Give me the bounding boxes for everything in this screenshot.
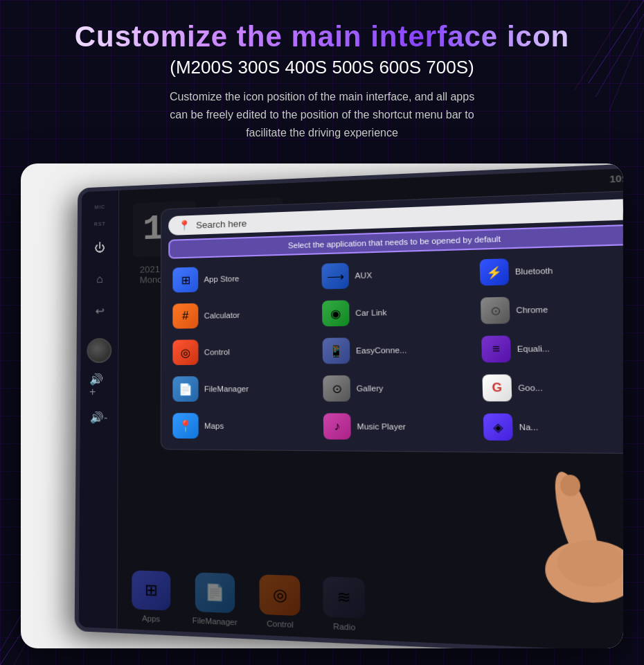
navi-icon[interactable]: ◈	[483, 414, 513, 441]
equalizer-label: Equali...	[517, 344, 550, 353]
app-item-equalizer[interactable]: ≡ Equali...	[476, 330, 623, 367]
app-item-appstore[interactable]: ⊞ App Store	[168, 260, 313, 296]
maps-label: Maps	[204, 422, 224, 430]
carlink-label: Car Link	[355, 308, 386, 317]
bluetooth-label: Bluetooth	[515, 266, 553, 276]
carlink-icon[interactable]: ◉	[322, 300, 350, 326]
gallery-label: Gallery	[357, 384, 384, 393]
easyconn-icon[interactable]: 📱	[323, 338, 350, 364]
app-item-gallery[interactable]: ⊙ Gallery	[319, 371, 474, 406]
google-label: Goo...	[518, 383, 543, 392]
chrome-label: Chrome	[516, 305, 548, 315]
control-label: Control	[204, 348, 230, 357]
subtitle: (M200S 300S 400S 500S 600S 700S)	[14, 57, 630, 78]
app-item-aux[interactable]: ⟶ AUX	[317, 256, 471, 293]
app-item-control[interactable]: ◎ Control	[168, 335, 314, 369]
back-icon[interactable]: ↩	[90, 301, 109, 321]
rst-label: RST	[94, 222, 106, 227]
hand-finger	[530, 462, 623, 605]
app-item-chrome[interactable]: ⊙ Chrome	[476, 290, 623, 328]
aux-icon[interactable]: ⟶	[321, 263, 349, 290]
map-pin-icon: 📍	[178, 220, 190, 231]
app-item-calculator[interactable]: # Calculator	[168, 297, 313, 332]
screen-area: 10:01 10 : 01 2021.03.29 Monday ⊞ Apps	[118, 168, 623, 648]
appstore-icon[interactable]: ⊞	[172, 267, 198, 293]
app-item-filemanager[interactable]: 📄 FileManager	[168, 372, 314, 405]
gallery-icon[interactable]: ⊙	[323, 375, 350, 402]
music-icon[interactable]: ♪	[323, 414, 351, 440]
navi-label: Na...	[519, 423, 538, 432]
header: Customize the main interface icon (M200S…	[0, 0, 644, 151]
calculator-icon[interactable]: #	[172, 303, 198, 329]
home-icon[interactable]: ⌂	[90, 269, 109, 289]
search-placeholder: Search here	[196, 218, 247, 231]
volume-knob[interactable]	[87, 338, 111, 363]
appstore-label: App Store	[204, 274, 239, 283]
app-item-google[interactable]: G Goo...	[477, 370, 623, 405]
description: Customize the icon position of the main …	[114, 88, 530, 141]
app-item-maps[interactable]: 📍 Maps	[168, 409, 314, 443]
app-item-easyconn[interactable]: 📱 EasyConne...	[318, 332, 472, 368]
chrome-icon[interactable]: ⊙	[481, 297, 510, 324]
equalizer-icon[interactable]: ≡	[481, 336, 511, 363]
popup-menu: 📍 Search here Select the application tha…	[161, 190, 623, 454]
aux-label: AUX	[355, 271, 372, 280]
control-icon[interactable]: ◎	[172, 339, 198, 365]
calculator-label: Calculator	[204, 311, 240, 320]
easyconn-label: EasyConne...	[356, 346, 407, 355]
filemanager-icon[interactable]: 📄	[172, 376, 198, 402]
main-title: Customize the main interface icon	[14, 19, 630, 54]
bluetooth-icon[interactable]: ⚡	[480, 258, 509, 285]
device-container: MIC RST ⏻ ⌂ ↩ 🔊+ 🔊- 10:01 10 : 01	[21, 163, 623, 648]
app-item-carlink[interactable]: ◉ Car Link	[317, 294, 472, 330]
side-panel: MIC RST ⏻ ⌂ ↩ 🔊+ 🔊-	[79, 190, 119, 629]
music-label: Music Player	[357, 422, 406, 431]
app-item-bluetooth[interactable]: ⚡ Bluetooth	[475, 251, 623, 290]
app-item-music[interactable]: ♪ Music Player	[319, 409, 474, 444]
tablet-device: MIC RST ⏻ ⌂ ↩ 🔊+ 🔊- 10:01 10 : 01	[75, 163, 623, 648]
vol-up-icon[interactable]: 🔊+	[89, 375, 109, 395]
page-wrapper: Customize the main interface icon (M200S…	[0, 0, 644, 665]
power-icon[interactable]: ⏻	[90, 238, 109, 258]
maps-icon[interactable]: 📍	[172, 413, 198, 438]
vol-down-icon[interactable]: 🔊-	[89, 407, 109, 427]
google-icon[interactable]: G	[482, 375, 512, 402]
mic-label: MIC	[95, 204, 106, 209]
filemanager-label: FileManager	[204, 384, 249, 393]
app-grid: ⊞ App Store ⟶ AUX ⚡ Bluetooth #	[168, 251, 623, 445]
app-item-navi[interactable]: ◈ Na...	[478, 410, 623, 446]
